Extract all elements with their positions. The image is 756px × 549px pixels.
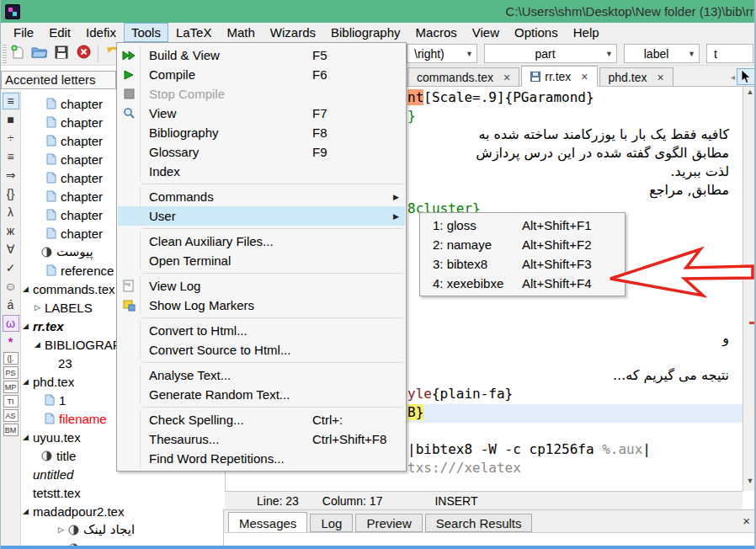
- new-file-button[interactable]: [8, 44, 28, 64]
- menubar-item-idefix[interactable]: Idefix: [78, 23, 124, 42]
- menubar-item-view[interactable]: View: [465, 23, 507, 42]
- tree-item-label: chapter: [61, 97, 103, 111]
- open-file-button[interactable]: [29, 44, 50, 64]
- editor-tab-commands-tex[interactable]: commands.tex×: [407, 67, 519, 86]
- menu-item-bibliography[interactable]: BibliographyF8: [118, 123, 405, 142]
- status-line-number: Line: 23: [257, 494, 299, 508]
- accented-letters-icon[interactable]: á: [3, 296, 19, 313]
- menubar-item-edit[interactable]: Edit: [41, 23, 78, 42]
- toolbar-combo-2[interactable]: part▼: [484, 44, 617, 63]
- tab-close-icon[interactable]: ×: [657, 71, 663, 84]
- braces-icon[interactable]: {}: [3, 185, 19, 202]
- editor-tab-rr-tex[interactable]: rr.tex×: [521, 66, 597, 87]
- tree-expanded-icon[interactable]: ◢: [23, 433, 33, 441]
- menubar-item-bibliography[interactable]: Bibliography: [323, 23, 408, 42]
- beamer-icon[interactable]: BM: [3, 424, 19, 436]
- menu-item-generate-random-text[interactable]: Generate Random Text...: [118, 385, 405, 404]
- tab-close-icon[interactable]: ×: [503, 71, 510, 84]
- menubar-item-macros[interactable]: Macros: [408, 23, 465, 42]
- structure-icon[interactable]: ≡: [3, 93, 19, 109]
- menu-item-user[interactable]: User▶: [118, 206, 405, 226]
- menubar-item-file[interactable]: File: [6, 23, 41, 42]
- arrows-icon[interactable]: ⇒: [3, 167, 19, 184]
- editor-scrollbar[interactable]: ▲ ▼: [743, 87, 756, 491]
- menu-item-label: User: [140, 206, 312, 226]
- operators-icon[interactable]: ∀: [3, 241, 19, 258]
- toolbar-combo-4[interactable]: t: [706, 44, 753, 63]
- delimiters-icon[interactable]: ([.: [3, 352, 19, 365]
- menu-item-analyse-text[interactable]: Analyse Text...: [118, 365, 405, 385]
- panel-tab-search-results[interactable]: Search Results: [425, 514, 533, 532]
- panel-tab-preview[interactable]: Preview: [355, 514, 422, 532]
- tree-item[interactable]: [21, 539, 225, 546]
- menu-item-view-log[interactable]: logView Log: [118, 276, 405, 296]
- panel-tab-messages[interactable]: Messages: [228, 512, 307, 534]
- toolbar-combo-1[interactable]: \right)▼: [407, 44, 477, 63]
- menu-item-check-spelling[interactable]: Check Spelling...Ctrl+:: [118, 410, 405, 429]
- menu-item-find-word-repetitions[interactable]: Find Word Repetitions...: [118, 449, 405, 468]
- menubar-item-help[interactable]: Help: [566, 23, 607, 42]
- menu-bar: FileEditIdefixToolsLaTeXMathWizardsBibli…: [1, 23, 756, 42]
- menu-item-label: Check Spelling...: [140, 410, 312, 429]
- asymptote-icon[interactable]: AS: [3, 409, 19, 422]
- tree-item-madadpour2-tex[interactable]: ◢madadpour2.tex: [21, 502, 225, 520]
- tree-collapsed-icon[interactable]: ▷: [35, 303, 45, 312]
- save-button[interactable]: [51, 44, 72, 64]
- tree-expanded-icon[interactable]: ◢: [23, 507, 33, 515]
- cyrillic-icon[interactable]: ж: [3, 222, 19, 239]
- menu-item-show-log-markers[interactable]: Show Log Markers: [118, 296, 405, 315]
- tab-scroll-right-button[interactable]: [737, 68, 755, 85]
- tree-expanded-icon[interactable]: ◢: [35, 340, 45, 349]
- submenu-item-4-xexebibxe[interactable]: 4: xexebibxeAlt+Shift+F4: [420, 274, 625, 293]
- menu-item-thesaurus[interactable]: Thesaurus...Ctrl+Shift+F8: [118, 429, 405, 449]
- menu-item-build-view[interactable]: Build & ViewF5: [118, 45, 405, 65]
- toolbar-combo-3[interactable]: label▼: [624, 44, 700, 63]
- menu-item-compile[interactable]: CompileF6: [118, 65, 405, 84]
- menu-separator: [142, 184, 403, 184]
- menubar-item-options[interactable]: Options: [507, 23, 566, 42]
- document-icon: [46, 209, 56, 221]
- tree-expanded-icon[interactable]: ◢: [23, 377, 33, 386]
- menu-item-convert-source-to-html[interactable]: Convert Source to Html...: [118, 340, 405, 360]
- menubar-item-tools[interactable]: Tools: [124, 23, 168, 42]
- menu-item-shortcut: Ctrl+Shift+F8: [312, 432, 393, 446]
- tree-expanded-icon[interactable]: ◢: [23, 322, 33, 330]
- menu-item-index[interactable]: Index: [118, 162, 405, 181]
- tree-item--[interactable]: ▷ايجاد لينک: [21, 520, 225, 539]
- scrollbar-down-icon[interactable]: ▼: [743, 477, 756, 490]
- misc-symbols-icon[interactable]: ☺: [3, 278, 19, 295]
- menubar-item-latex[interactable]: LaTeX: [168, 23, 220, 42]
- tab-close-icon[interactable]: ×: [581, 70, 588, 83]
- editor-tab-phd-tex[interactable]: phd.tex×: [599, 67, 673, 86]
- bookmark-icon[interactable]: ■: [3, 111, 19, 128]
- tab-scroll-left-icon[interactable]: ◂: [731, 72, 735, 82]
- check-icon[interactable]: ✓: [3, 259, 19, 276]
- menubar-item-math[interactable]: Math: [219, 23, 262, 42]
- menu-item-convert-to-html[interactable]: Convert to Html...: [118, 321, 405, 340]
- panel-tab-log[interactable]: Log: [310, 514, 353, 532]
- submenu-item-1-gloss[interactable]: 1: glossAlt+Shift+F1: [420, 216, 625, 235]
- tikz-icon[interactable]: TI: [3, 395, 19, 408]
- greek-icon[interactable]: λ: [3, 204, 19, 221]
- menu-item-open-terminal[interactable]: Open Terminal: [118, 251, 405, 270]
- close-document-button[interactable]: [73, 44, 93, 64]
- panel-close-icon[interactable]: ×: [743, 514, 750, 528]
- submenu-item-3-bibtex8[interactable]: 3: bibtex8Alt+Shift+F3: [420, 254, 625, 274]
- pstricks-icon[interactable]: PS: [3, 366, 19, 379]
- divide-icon[interactable]: ÷: [3, 130, 19, 147]
- menu-item-commands[interactable]: Commands▶: [118, 187, 405, 206]
- relations-icon[interactable]: ≡: [3, 148, 19, 165]
- submenu-item-2-namaye[interactable]: 2: namayeAlt+Shift+F2: [420, 235, 625, 254]
- menubar-item-wizards[interactable]: Wizards: [263, 23, 323, 42]
- asterisk-icon[interactable]: *: [3, 333, 19, 350]
- scrollbar-up-icon[interactable]: ▲: [743, 88, 756, 101]
- tree-expanded-icon[interactable]: ◢: [23, 285, 33, 293]
- tree-item-tetstt-tex[interactable]: tetstt.tex: [21, 483, 225, 502]
- menu-item-clean-auxiliary-files[interactable]: Clean Auxiliary Files...: [118, 232, 405, 251]
- omega-icon[interactable]: ω: [3, 315, 19, 332]
- menu-item-view[interactable]: ViewF7: [118, 104, 405, 123]
- metapost-icon[interactable]: MP: [3, 381, 19, 393]
- tree-collapsed-icon[interactable]: ▷: [58, 525, 68, 534]
- code-segment: %.aux: [602, 441, 642, 457]
- menu-item-glossary[interactable]: GlossaryF9: [118, 142, 405, 162]
